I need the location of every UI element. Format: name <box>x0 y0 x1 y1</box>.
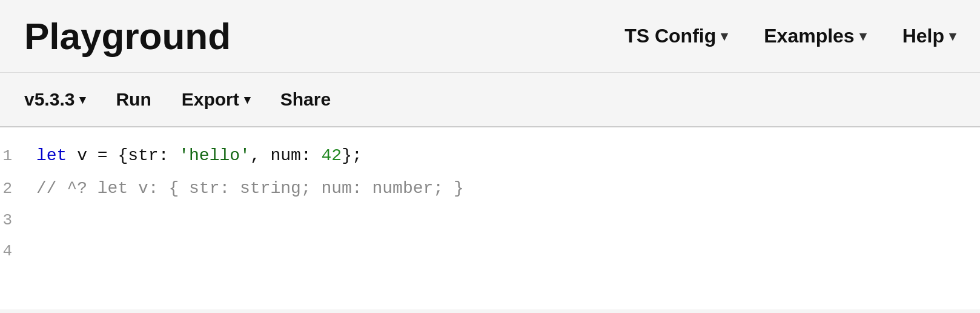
code-content-2: // ^? let v: { str: string; num: number;… <box>36 176 464 201</box>
run-label: Run <box>116 89 151 110</box>
line-number-1: 1 <box>0 144 36 168</box>
line-number-3: 3 <box>0 209 36 232</box>
code-line-2: 2 // ^? let v: { str: string; num: numbe… <box>0 172 980 205</box>
export-label: Export <box>182 89 239 110</box>
editor-area[interactable]: 1 let v = {str: 'hello', num: 42}; 2 // … <box>0 127 980 309</box>
code-line-1: 1 let v = {str: 'hello', num: 42}; <box>0 140 980 172</box>
keyword-let: let <box>36 146 67 165</box>
comment-line: // ^? let v: { str: string; num: number;… <box>36 179 464 198</box>
line-number-4: 4 <box>0 240 36 263</box>
chevron-down-icon: ▾ <box>79 92 85 107</box>
code-lines: 1 let v = {str: 'hello', num: 42}; 2 // … <box>0 140 980 267</box>
code-line-4: 4 <box>0 236 980 267</box>
code-line-3: 3 <box>0 205 980 236</box>
nav-help-label: Help <box>902 25 944 47</box>
version-selector[interactable]: v5.3.3 ▾ <box>24 89 85 110</box>
nav-tsconfig-label: TS Config <box>624 25 716 47</box>
chevron-down-icon: ▾ <box>949 29 956 44</box>
number-42: 42 <box>322 146 342 165</box>
app-title: Playground <box>24 15 624 58</box>
chevron-down-icon: ▾ <box>721 29 727 44</box>
toolbar: v5.3.3 ▾ Run Export ▾ Share <box>0 73 980 127</box>
chevron-down-icon: ▾ <box>859 29 866 44</box>
export-button[interactable]: Export ▾ <box>182 89 250 110</box>
line-number-2: 2 <box>0 177 36 201</box>
top-nav: Playground TS Config ▾ Examples ▾ Help ▾ <box>0 0 980 73</box>
share-button[interactable]: Share <box>280 89 331 110</box>
nav-item-tsconfig[interactable]: TS Config ▾ <box>624 25 727 47</box>
chevron-down-icon: ▾ <box>244 92 250 107</box>
string-hello: 'hello' <box>179 146 250 165</box>
nav-item-examples[interactable]: Examples ▾ <box>764 25 866 47</box>
version-label: v5.3.3 <box>24 89 74 110</box>
code-content-1: let v = {str: 'hello', num: 42}; <box>36 143 362 169</box>
nav-examples-label: Examples <box>764 25 854 47</box>
nav-items: TS Config ▾ Examples ▾ Help ▾ <box>624 25 956 47</box>
nav-item-help[interactable]: Help ▾ <box>902 25 956 47</box>
run-button[interactable]: Run <box>116 89 151 110</box>
share-label: Share <box>280 89 331 110</box>
